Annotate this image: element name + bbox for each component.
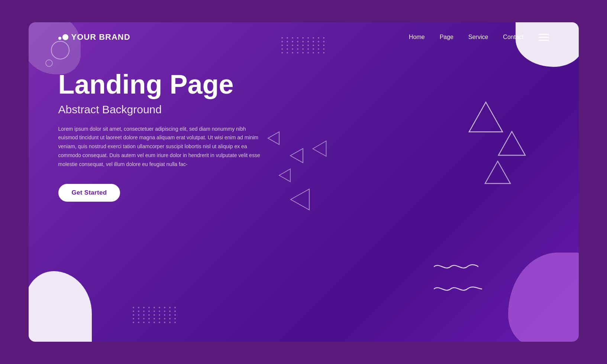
- nav-service[interactable]: Service: [468, 34, 488, 40]
- triangle-medium-right-top: [497, 130, 527, 157]
- logo-icon: [58, 34, 68, 40]
- nav-page[interactable]: Page: [440, 34, 453, 40]
- hamburger-line-1: [539, 34, 549, 35]
- blob-bottom-left: [29, 271, 92, 342]
- svg-marker-5: [279, 169, 290, 182]
- circle-outline-2: [45, 59, 53, 67]
- logo: YOUR BRAND: [58, 32, 130, 42]
- navbar: YOUR BRAND Home Page Service Contact: [29, 22, 579, 52]
- svg-marker-3: [268, 132, 279, 144]
- blob-bottom-right: [508, 253, 579, 342]
- wave-top: [434, 262, 478, 271]
- triangle-medium-right-center: [484, 160, 512, 185]
- wave-bottom: [434, 285, 482, 293]
- hero-heading: Landing Page: [58, 71, 267, 99]
- hamburger-line-2: [539, 37, 549, 38]
- triangle-small-5: [312, 140, 327, 157]
- main-frame: YOUR BRAND Home Page Service Contact Lan…: [29, 22, 579, 342]
- triangle-small-4: [290, 188, 310, 211]
- hamburger-line-3: [539, 40, 549, 41]
- hamburger-menu[interactable]: [539, 34, 549, 41]
- cta-button[interactable]: Get Started: [58, 184, 120, 202]
- svg-marker-4: [290, 149, 303, 163]
- logo-dot-big: [62, 34, 68, 40]
- hero-subheading: Abstract Background: [58, 103, 267, 116]
- svg-marker-6: [291, 189, 309, 210]
- svg-marker-7: [313, 141, 326, 156]
- svg-marker-2: [485, 161, 510, 183]
- svg-marker-1: [498, 131, 525, 155]
- nav-contact[interactable]: Contact: [503, 34, 523, 40]
- triangle-small-2: [290, 148, 304, 163]
- nav-links: Home Page Service Contact: [409, 34, 549, 41]
- triangle-small-1: [267, 131, 280, 145]
- svg-marker-0: [469, 102, 503, 132]
- hero-body: Lorem ipsum dolor sit amet, consectetuer…: [58, 125, 267, 169]
- brand-name: YOUR BRAND: [71, 32, 130, 42]
- nav-home[interactable]: Home: [409, 34, 425, 40]
- hero-content: Landing Page Abstract Background Lorem i…: [58, 71, 267, 202]
- dot-grid-bottom: [133, 307, 177, 323]
- triangle-large-top-right: [467, 100, 504, 134]
- triangle-small-3: [278, 168, 291, 182]
- logo-dot-small: [58, 37, 61, 40]
